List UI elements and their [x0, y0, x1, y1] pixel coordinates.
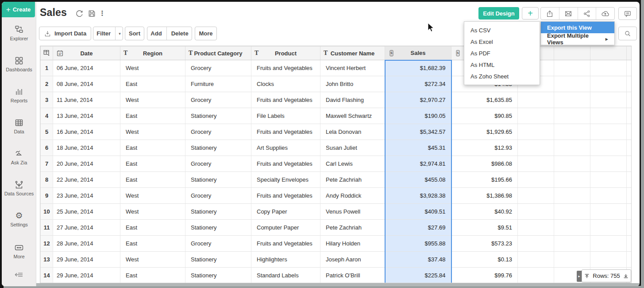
empty-cell[interactable]	[590, 204, 627, 220]
empty-cell[interactable]	[627, 124, 632, 140]
empty-cell[interactable]	[590, 60, 627, 76]
row-number-cell[interactable]: 14	[41, 268, 53, 284]
table-row[interactable]: 13 29 June, 2014 West Stationery Highlig…	[41, 252, 632, 268]
empty-cell[interactable]	[554, 140, 590, 156]
empty-cell[interactable]	[518, 156, 554, 172]
table-row[interactable]: 4 13 June, 2014 East Stationery File Lab…	[41, 108, 632, 124]
row-number-cell[interactable]: 10	[41, 204, 53, 220]
empty-cell[interactable]	[590, 108, 627, 124]
empty-cell[interactable]	[590, 172, 627, 188]
sidebar-item-data[interactable]: Data	[2, 118, 36, 134]
region-cell[interactable]: West	[120, 60, 185, 76]
empty-cell[interactable]	[627, 60, 632, 76]
product-cell[interactable]: Specialty Envelopes	[251, 172, 320, 188]
amount-cell[interactable]: $9.51	[451, 220, 518, 236]
empty-cell[interactable]	[590, 188, 627, 204]
customer-name-cell[interactable]: Venus Powell	[320, 204, 385, 220]
empty-cell[interactable]	[627, 220, 632, 236]
sales-cell-selected[interactable]: $225.84	[385, 268, 451, 284]
product-cell[interactable]: Standard Labels	[251, 268, 320, 284]
sidebar-item-explorer[interactable]: Explorer	[2, 25, 36, 41]
product-category-cell[interactable]: Stationery	[185, 172, 251, 188]
sidebar-item-reports[interactable]: Reports	[2, 87, 36, 103]
add-button[interactable]: Add	[146, 27, 166, 40]
jump-to-bottom-icon[interactable]	[623, 273, 629, 279]
empty-cell[interactable]	[627, 156, 632, 172]
empty-cell[interactable]	[554, 60, 590, 76]
comments-button[interactable]	[618, 7, 637, 20]
empty-cell[interactable]	[627, 92, 632, 108]
customer-name-cell[interactable]: David Flashing	[320, 92, 385, 108]
empty-cell[interactable]	[590, 76, 627, 92]
empty-cell[interactable]	[518, 140, 554, 156]
sales-cell-selected[interactable]: $955.88	[385, 236, 451, 252]
empty-cell[interactable]	[554, 172, 590, 188]
empty-cell[interactable]	[518, 124, 554, 140]
empty-cell[interactable]	[518, 204, 554, 220]
rows-badge-handle[interactable]: ▸	[577, 271, 582, 282]
sales-cell-selected[interactable]: $37.48	[385, 252, 451, 268]
date-cell[interactable]: 29 June, 2014	[53, 252, 120, 268]
row-number-cell[interactable]: 4	[41, 108, 53, 124]
table-row[interactable]: 2 08 June, 2014 East Furniture Clocks Jo…	[41, 76, 632, 92]
product-category-cell[interactable]: Grocery	[185, 124, 251, 140]
date-cell[interactable]: 13 June, 2014	[53, 108, 120, 124]
create-button[interactable]: + Create	[2, 2, 35, 17]
edit-design-button[interactable]: Edit Design	[478, 7, 519, 19]
region-cell[interactable]: East	[120, 156, 185, 172]
customer-name-cell[interactable]: Susan Juliet	[320, 140, 385, 156]
customer-name-cell[interactable]: John Britto	[320, 76, 385, 92]
amount-cell[interactable]: $195.66	[451, 172, 518, 188]
empty-cell[interactable]	[518, 220, 554, 236]
customer-name-cell[interactable]: Vincent Herbert	[320, 60, 385, 76]
empty-cell[interactable]	[590, 220, 627, 236]
date-cell[interactable]: 27 June, 2014	[53, 220, 120, 236]
table-row[interactable]: 7 20 June, 2014 East Grocery Fruits and …	[41, 156, 632, 172]
product-cell[interactable]: Fruits and Vegetables	[251, 236, 320, 252]
empty-cell[interactable]	[518, 268, 554, 284]
empty-cell[interactable]	[554, 204, 590, 220]
empty-cell[interactable]	[554, 108, 590, 124]
sidebar-item-data-sources[interactable]: Data Sources	[2, 180, 36, 196]
row-number-cell[interactable]: 12	[41, 236, 53, 252]
amount-cell[interactable]: $90.85	[451, 108, 518, 124]
product-cell[interactable]: Art Supplies	[251, 140, 320, 156]
sales-cell-selected[interactable]: $455.08	[385, 172, 451, 188]
product-cell[interactable]: Highlighters	[251, 252, 320, 268]
empty-cell[interactable]	[590, 124, 627, 140]
empty-cell[interactable]	[518, 236, 554, 252]
empty-cell[interactable]	[554, 92, 590, 108]
product-category-cell[interactable]: Grocery	[185, 60, 251, 76]
date-cell[interactable]: 18 June, 2014	[53, 140, 120, 156]
empty-cell[interactable]	[554, 156, 590, 172]
column-header-customer-name[interactable]: T Customer Name	[320, 47, 385, 60]
empty-cell[interactable]	[518, 108, 554, 124]
empty-cell[interactable]	[590, 236, 627, 252]
empty-cell[interactable]	[627, 140, 632, 156]
row-number-cell[interactable]: 8	[41, 172, 53, 188]
kebab-menu-button[interactable]: ⋮	[97, 8, 107, 18]
region-cell[interactable]: East	[120, 236, 185, 252]
row-number-cell[interactable]: 7	[41, 156, 53, 172]
table-row[interactable]: 10 25 June, 2014 West Stationery Copy Pa…	[41, 204, 632, 220]
select-all-header[interactable]	[41, 47, 53, 60]
empty-cell[interactable]	[518, 188, 554, 204]
sales-cell-selected[interactable]: $2,970.27	[385, 92, 451, 108]
search-button[interactable]	[618, 27, 637, 40]
product-category-cell[interactable]: Grocery	[185, 92, 251, 108]
row-number-cell[interactable]: 9	[41, 188, 53, 204]
filter-dropdown-part[interactable]: ▾	[115, 27, 124, 40]
product-category-cell[interactable]: Stationery	[185, 252, 251, 268]
row-number-cell[interactable]: 13	[41, 252, 53, 268]
menu-item-export-multiple-views[interactable]: Export Multiple Views ▶	[541, 33, 614, 45]
empty-cell[interactable]	[590, 156, 627, 172]
row-number-cell[interactable]: 6	[41, 140, 53, 156]
column-header-date[interactable]: 17 Date	[53, 47, 120, 60]
customer-name-cell[interactable]: Carl Lewis	[320, 156, 385, 172]
amount-cell[interactable]: $1,386.98	[451, 188, 518, 204]
sales-cell-selected[interactable]: $2,974.81	[385, 156, 451, 172]
product-cell[interactable]: Fruits and Vegetables	[251, 60, 320, 76]
row-number-cell[interactable]: 11	[41, 220, 53, 236]
empty-cell[interactable]	[554, 220, 590, 236]
amount-cell[interactable]: $99.76	[451, 268, 518, 284]
